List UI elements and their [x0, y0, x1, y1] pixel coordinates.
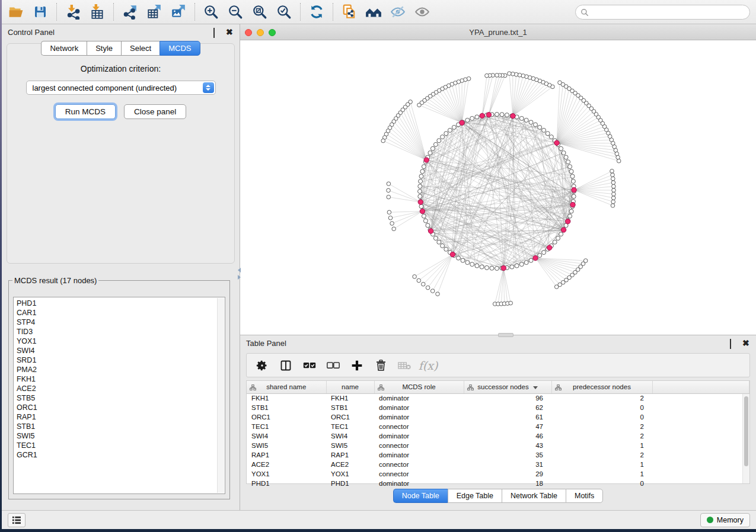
mcds-result-item[interactable]: SWI4	[17, 346, 225, 355]
mcds-result-item[interactable]: SWI5	[17, 431, 225, 441]
hide-selected-icon-svg	[390, 4, 406, 20]
close-table-panel-icon[interactable]: ✖	[742, 339, 750, 347]
memory-button[interactable]: Memory	[700, 513, 750, 527]
mcds-result-item[interactable]: PMA2	[17, 365, 225, 374]
mcds-result-item[interactable]: TID3	[17, 327, 225, 336]
import-table-icon[interactable]	[89, 4, 106, 20]
mcds-result-item[interactable]: CAR1	[17, 308, 225, 318]
column-header-predecessor-nodes[interactable]: predecessor nodes	[551, 381, 652, 393]
mcds-result-item[interactable]: PHD1	[17, 299, 225, 308]
close-panel-icon[interactable]: ✖	[226, 28, 234, 36]
toolbar-separator	[113, 3, 114, 21]
mcds-result-item[interactable]: GCR1	[17, 450, 225, 460]
export-image-icon[interactable]	[170, 4, 187, 20]
delete-column-icon-svg	[398, 361, 411, 370]
mcds-result-item[interactable]: ORC1	[17, 403, 225, 412]
tab-edge-table[interactable]: Edge Table	[448, 489, 502, 503]
mcds-result-item[interactable]: STP4	[17, 318, 225, 327]
show-all-icon[interactable]	[414, 4, 430, 20]
mcds-result-items: PHD1CAR1STP4TID3YOX1SWI4SRD1PMA2FKH1ACE2…	[14, 297, 225, 460]
refresh-icon[interactable]	[308, 4, 325, 20]
export-table-icon[interactable]	[146, 4, 162, 20]
table-toolbar: f(x)	[246, 353, 750, 377]
save-icon[interactable]	[32, 4, 49, 20]
tab-select[interactable]: Select	[121, 41, 160, 56]
table-row[interactable]: YOX1YOX1connector291	[247, 469, 749, 479]
tab-node-table[interactable]: Node Table	[393, 489, 448, 503]
float-table-panel-icon[interactable]	[730, 339, 738, 347]
import-network-icon-svg	[65, 4, 81, 20]
column-header-successor-nodes[interactable]: successor nodes	[464, 381, 551, 393]
optimization-criterion-label: Optimization criterion:	[7, 64, 234, 73]
zoom-out-icon[interactable]	[227, 4, 244, 20]
trash-icon[interactable]	[374, 358, 388, 373]
select-all-icon[interactable]	[302, 358, 317, 373]
memory-label: Memory	[717, 516, 744, 524]
node-table-container: shared namenameMCDS rolesuccessor nodesp…	[246, 380, 750, 484]
mcds-result-list[interactable]: PHD1CAR1STP4TID3YOX1SWI4SRD1PMA2FKH1ACE2…	[13, 297, 225, 494]
gear-icon[interactable]	[255, 358, 269, 373]
tab-network-table[interactable]: Network Table	[502, 489, 566, 503]
export-network-icon[interactable]	[122, 4, 138, 20]
open-file-icon[interactable]	[8, 4, 24, 20]
table-row[interactable]: SWI5SWI5connector431	[247, 441, 749, 450]
mcds-result-item[interactable]: RAP1	[17, 412, 225, 422]
mcds-result-item[interactable]: YOX1	[17, 336, 225, 346]
table-header-row: shared namenameMCDS rolesuccessor nodesp…	[247, 381, 749, 393]
toolbar-separator	[56, 3, 57, 21]
network-view-window: YPA_prune.txt_1	[240, 25, 756, 335]
close-panel-button[interactable]: Close panel	[124, 104, 186, 119]
table-row[interactable]: TEC1TEC1connector472	[247, 422, 749, 431]
splitter-collapse-buttons[interactable]	[238, 268, 243, 281]
mcds-result-item[interactable]: STB1	[17, 422, 225, 431]
criterion-dropdown[interactable]: largest connected component (undirected)	[26, 81, 216, 95]
status-bar: Memory	[2, 510, 756, 529]
toolbar-separator	[300, 3, 301, 21]
tab-style[interactable]: Style	[87, 41, 121, 56]
mcds-result-item[interactable]: STB5	[17, 393, 225, 403]
zoom-fit-icon[interactable]	[251, 4, 268, 20]
mcds-list-scrollbar[interactable]	[217, 298, 224, 493]
export-image-icon-svg	[171, 4, 186, 20]
tab-network[interactable]: Network	[41, 41, 87, 56]
column-header-MCDS-role[interactable]: MCDS role	[374, 381, 464, 393]
search-input[interactable]	[575, 5, 750, 20]
import-table-icon-svg	[90, 4, 105, 20]
table-scrollbar[interactable]	[742, 394, 749, 483]
add-icon[interactable]	[350, 358, 364, 373]
zoom-selected-icon[interactable]	[276, 4, 292, 20]
network-graph[interactable]	[240, 40, 756, 335]
run-mcds-button[interactable]: Run MCDS	[55, 104, 116, 119]
duplicate-network-icon[interactable]	[341, 4, 358, 20]
table-scrollbar-thumb[interactable]	[744, 396, 748, 466]
list-icon[interactable]	[8, 513, 25, 527]
table-row[interactable]: STB1STB1dominator620	[247, 403, 749, 412]
float-panel-icon[interactable]	[213, 28, 221, 36]
mcds-result-item[interactable]: ACE2	[17, 384, 225, 393]
deselect-all-icon[interactable]	[326, 358, 340, 373]
zoom-in-icon-svg	[203, 4, 219, 20]
table-row[interactable]: FKH1FKH1dominator962	[247, 393, 749, 403]
mcds-result-item[interactable]: SRD1	[17, 355, 225, 365]
table-row[interactable]: ACE2ACE2connector311	[247, 460, 749, 469]
mcds-result-item[interactable]: FKH1	[17, 374, 225, 384]
mcds-result-legend: MCDS result (17 nodes)	[12, 276, 98, 285]
mcds-result-item[interactable]: TEC1	[17, 441, 225, 450]
import-network-icon[interactable]	[65, 4, 81, 20]
table-row[interactable]: PHD1PHD1dominator180	[247, 479, 749, 488]
tab-mcds[interactable]: MCDS	[160, 41, 200, 56]
network-titlebar[interactable]: YPA_prune.txt_1	[240, 25, 756, 40]
columns-icon[interactable]	[279, 358, 293, 373]
hide-selected-icon[interactable]	[390, 4, 406, 20]
column-header-name[interactable]: name	[326, 381, 374, 393]
table-row[interactable]: RAP1RAP1dominator352	[247, 450, 749, 460]
first-neighbors-icon[interactable]	[365, 4, 382, 20]
zoom-in-icon[interactable]	[203, 4, 219, 20]
column-header-shared-name[interactable]: shared name	[247, 381, 326, 393]
network-canvas[interactable]	[240, 40, 756, 335]
table-row[interactable]: ORC1ORC1dominator610	[247, 412, 749, 422]
toolbar-separator	[333, 3, 333, 21]
tab-motifs[interactable]: Motifs	[566, 489, 603, 503]
table-row[interactable]: SWI4SWI4dominator462	[247, 431, 749, 441]
splitter-drag-handle[interactable]	[498, 333, 513, 337]
